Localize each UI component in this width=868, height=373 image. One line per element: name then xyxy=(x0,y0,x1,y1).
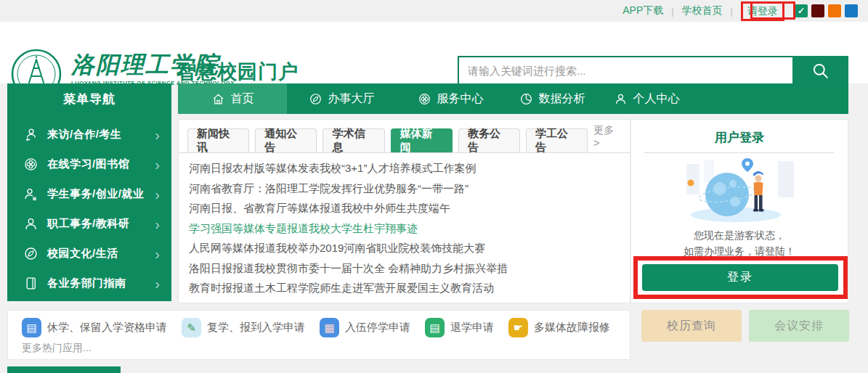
person-list-icon xyxy=(23,186,41,202)
quick-link-label: 复学、报到入学申请 xyxy=(207,321,305,335)
sidebar-item-department-guide[interactable]: 各业务部门指南 › xyxy=(7,269,171,298)
menu-nav-header[interactable]: 菜单导航 xyxy=(7,83,171,114)
compass-icon xyxy=(309,92,323,106)
sidebar-item-label: 学生事务/创业/就业 xyxy=(47,187,144,201)
maroon-square[interactable] xyxy=(811,4,824,17)
news-panel: 新闻快讯 通知公告 学术信息 媒体新闻 教务公告 学工公告 更多> 河南日报农村… xyxy=(178,119,630,303)
news-item[interactable]: 河南日报、省教育厅等媒体报道我校中外师生共度端午 xyxy=(189,198,622,218)
nav-item-label: 个人中心 xyxy=(633,91,680,107)
quick-link-suspend-study[interactable]: ▤ 休学、保留入学资格申请 xyxy=(22,318,167,337)
guest-status-line1: 您现在是游客状态， xyxy=(630,229,848,242)
divider: | xyxy=(671,6,673,17)
divider: | xyxy=(731,6,733,17)
nav-item-service-center[interactable]: 服务中心 xyxy=(396,83,505,114)
dotted-divider xyxy=(645,152,834,153)
sidebar-item-label: 职工事务/教科研 xyxy=(47,217,129,231)
sidebar-item-label: 校园文化/生活 xyxy=(47,247,118,261)
news-item[interactable]: 河南省教育厅：洛阳理工学院发挥行业优势服务“一带一路” xyxy=(189,179,622,199)
chevron-right-icon: › xyxy=(155,158,160,171)
meeting-schedule-button[interactable]: 会议安排 xyxy=(749,310,849,342)
chevron-right-icon: › xyxy=(155,218,160,231)
compass-icon xyxy=(23,246,41,262)
tab-media-news[interactable]: 媒体新闻 xyxy=(391,128,453,152)
nav-item-home[interactable]: 首页 xyxy=(178,83,287,114)
search-button[interactable] xyxy=(792,56,848,86)
quick-link-military-leave[interactable]: ▦ 入伍停学申请 xyxy=(320,318,410,337)
hand-repair-icon: ☛ xyxy=(508,318,528,337)
nav-item-label: 数据分析 xyxy=(539,91,585,107)
book-icon xyxy=(23,276,41,292)
login-panel-title: 用户登录 xyxy=(630,129,848,146)
news-list: 河南日报农村版等媒体发表我校“3+1”人才培养模式工作案例 河南省教育厅：洛阳理… xyxy=(179,153,630,298)
pencil-icon: ✎ xyxy=(182,318,201,337)
tab-news-flash[interactable]: 新闻快讯 xyxy=(187,128,249,152)
tab-student-affairs-notices[interactable]: 学工公告 xyxy=(526,128,588,152)
sidebar-item-label: 各业务部门指南 xyxy=(47,276,126,290)
document-pen-icon: ▤ xyxy=(22,318,41,337)
sidebar-item-visitors[interactable]: 来访/合作/考生 › xyxy=(7,120,171,149)
blue-square[interactable] xyxy=(845,4,858,17)
tab-notices[interactable]: 通知公告 xyxy=(255,128,317,152)
chevron-right-icon: › xyxy=(155,247,160,261)
pie-chart-icon xyxy=(519,92,533,106)
person-return-icon xyxy=(23,127,41,143)
chevron-right-icon: › xyxy=(155,188,160,201)
calendar-query-button[interactable]: 校历查询 xyxy=(641,310,742,342)
chevron-right-icon: › xyxy=(155,277,160,290)
tab-academic-affairs[interactable]: 教务公告 xyxy=(458,128,520,152)
news-item[interactable]: 人民网等媒体报道我校举办2019河南省职业院校装饰技能大赛 xyxy=(189,238,622,258)
nav-item-personal-center[interactable]: 个人中心 xyxy=(599,83,694,114)
quick-link-label: 多媒体故障报修 xyxy=(534,321,610,335)
news-item[interactable]: 学习强国等媒体专题报道我校大学生杜宇翔事迹 xyxy=(189,218,622,239)
service-flower-icon xyxy=(23,157,41,173)
orange-square[interactable] xyxy=(828,4,841,17)
portal-page: APP下载 | 学校首页 | 请登录 ✓ 洛阳理工学院 LUOYANG INS xyxy=(0,0,868,373)
login-button[interactable]: 登录 xyxy=(642,264,838,291)
more-news-link[interactable]: 更多> xyxy=(593,124,620,149)
sidebar-item-staff-affairs[interactable]: 职工事务/教科研 › xyxy=(7,209,171,239)
sidebar-item-label: 在线学习/图书馆 xyxy=(47,157,129,171)
nav-item-label: 办事大厅 xyxy=(328,91,375,107)
sidebar-item-campus-culture[interactable]: 校园文化/生活 › xyxy=(7,239,171,269)
sidebar-item-student-affairs[interactable]: 学生事务/创业/就业 › xyxy=(7,179,171,209)
partial-section-header xyxy=(7,366,121,373)
quick-link-multimedia-repair[interactable]: ☛ 多媒体故障报修 xyxy=(508,318,610,337)
main-nav: 首页 办事大厅 服务中心 数据分析 xyxy=(178,83,848,114)
school-homepage-link[interactable]: 学校首页 xyxy=(682,4,723,17)
nav-item-label: 首页 xyxy=(231,91,254,107)
search-icon xyxy=(811,62,830,81)
more-hot-apps-link[interactable]: 更多热门应用... xyxy=(22,342,92,355)
quick-link-label: 休学、保留入学资格申请 xyxy=(47,321,167,335)
nav-item-label: 服务中心 xyxy=(437,91,484,107)
chevron-right-icon: › xyxy=(155,128,160,142)
please-login-link[interactable]: 请登录 xyxy=(747,5,778,17)
news-item[interactable]: 河南日报农村版等媒体发表我校“3+1”人才培养模式工作案例 xyxy=(189,158,622,179)
news-item[interactable]: 教育时报报道土木工程学院师生走进军营开展爱国主义教育活动 xyxy=(189,278,622,298)
news-tabs: 新闻快讯 通知公告 学术信息 媒体新闻 教务公告 学工公告 更多> xyxy=(179,120,630,153)
guest-status-line2: 如需办理业务，请登陆！ xyxy=(630,245,848,258)
nav-item-service-hall[interactable]: 办事大厅 xyxy=(287,83,396,114)
nav-item-data-analysis[interactable]: 数据分析 xyxy=(505,83,599,114)
quick-link-withdrawal[interactable]: ▤ 退学申请 xyxy=(425,318,494,337)
quick-links-row: ▤ 休学、保留入学资格申请 ✎ 复学、报到入学申请 ▦ 入伍停学申请 ▤ 退学申… xyxy=(22,318,610,337)
guest-illustration xyxy=(670,157,808,226)
search-input[interactable] xyxy=(458,56,792,86)
quick-link-resume-study[interactable]: ✎ 复学、报到入学申请 xyxy=(182,318,305,337)
news-item[interactable]: 洛阳日报报道我校贯彻市委十一届十次全 会精神助力乡村振兴举措 xyxy=(189,258,622,279)
sidebar-menu: 来访/合作/考生 › 在线学习/图书馆 › 学生事务/创业/就业 › 职工事务/… xyxy=(7,114,171,301)
person-icon xyxy=(614,92,628,106)
search-bar xyxy=(458,56,848,86)
document-icon: ▤ xyxy=(425,318,445,337)
person-icon xyxy=(23,216,41,232)
annotation-box-top-login: 请登录 xyxy=(741,1,784,21)
service-flower-icon xyxy=(418,92,431,106)
tab-academic-info[interactable]: 学术信息 xyxy=(323,128,384,152)
quick-link-label: 入伍停学申请 xyxy=(345,321,410,335)
sidebar-item-online-learning[interactable]: 在线学习/图书馆 › xyxy=(7,149,171,179)
location-pin-icon xyxy=(742,158,753,172)
person-figure xyxy=(753,171,764,212)
top-utility-bar: APP下载 | 学校首页 | 请登录 ✓ xyxy=(0,0,868,22)
green-check-square[interactable]: ✓ xyxy=(795,4,808,17)
app-download-link[interactable]: APP下载 xyxy=(622,4,663,17)
quick-link-label: 退学申请 xyxy=(450,321,494,335)
